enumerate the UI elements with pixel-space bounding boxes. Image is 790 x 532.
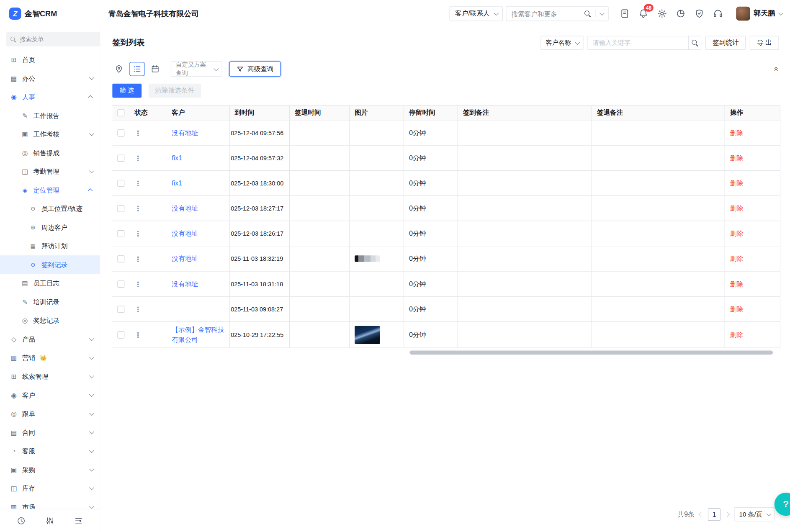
row-checkbox[interactable] xyxy=(117,230,124,237)
sidebar-item-follow-up[interactable]: ◎ 跟单 xyxy=(0,404,100,423)
menu-search-input[interactable] xyxy=(20,36,98,43)
delete-link[interactable]: 删除 xyxy=(730,254,743,263)
row-more-icon[interactable]: ⋮ xyxy=(134,306,142,313)
sidebar-item-employee-journal[interactable]: ▤ 员工日志 xyxy=(0,274,100,293)
data-pie-icon[interactable] xyxy=(676,8,686,18)
customer-link[interactable]: 没有地址 xyxy=(172,229,198,238)
row-more-icon[interactable]: ⋮ xyxy=(134,280,142,288)
headset-icon[interactable] xyxy=(713,8,723,18)
customer-link[interactable]: fix1 xyxy=(172,153,182,163)
clear-filter-button[interactable]: 清除筛选条件 xyxy=(149,84,201,98)
row-checkbox[interactable] xyxy=(117,280,124,288)
customer-link[interactable]: fix1 xyxy=(172,178,182,188)
settings-gear-icon[interactable] xyxy=(657,8,667,18)
row-checkbox[interactable] xyxy=(117,180,124,187)
global-search-input[interactable] xyxy=(511,10,580,17)
sidebar-item-sales-commission[interactable]: ◎ 销售提成 xyxy=(0,144,100,162)
scheme-query-select[interactable]: 自定义方案查询 xyxy=(171,62,222,77)
delete-link[interactable]: 删除 xyxy=(730,229,743,238)
row-more-icon[interactable]: ⋮ xyxy=(134,205,142,212)
sidebar-item-inventory[interactable]: ◫ 库存 xyxy=(0,479,100,498)
sidebar-item-leads[interactable]: ⊞ 线索管理 xyxy=(0,367,100,386)
search-icon[interactable] xyxy=(584,10,591,17)
sidebar-item-checkin-records[interactable]: ⊙ 签到记录 xyxy=(0,255,100,274)
row-checkbox[interactable] xyxy=(117,154,124,162)
delete-link[interactable]: 删除 xyxy=(730,204,743,213)
row-more-icon[interactable]: ⋮ xyxy=(134,154,142,162)
collapse-panel-icon[interactable]: « xyxy=(773,67,781,72)
next-page-button[interactable] xyxy=(726,513,729,516)
export-button[interactable]: 导 出 xyxy=(750,36,779,50)
row-checkbox[interactable] xyxy=(117,205,124,212)
sidebar-item-customer[interactable]: ◉ 客户 xyxy=(0,386,100,405)
sidebar-item-visit-plan[interactable]: ▦ 拜访计划 xyxy=(0,237,100,256)
row-checkbox[interactable] xyxy=(117,129,124,136)
delete-link[interactable]: 删除 xyxy=(730,330,743,339)
delete-link[interactable]: 删除 xyxy=(730,128,743,137)
sidebar-item-marketing[interactable]: ▥ 营销 👑 xyxy=(0,349,100,368)
history-clock-icon[interactable] xyxy=(17,516,26,525)
list-settings-icon[interactable] xyxy=(74,516,83,525)
sidebar-item-reward-records[interactable]: ◎ 奖惩记录 xyxy=(0,311,100,330)
search-scope-chevron-icon[interactable] xyxy=(600,10,605,15)
customer-link[interactable]: 没有地址 xyxy=(172,128,198,137)
current-page[interactable]: 1 xyxy=(708,508,721,521)
row-checkbox[interactable] xyxy=(117,331,124,338)
horizontal-scrollbar[interactable] xyxy=(409,351,773,355)
delete-link[interactable]: 删除 xyxy=(730,179,743,188)
map-view-button[interactable] xyxy=(112,62,125,76)
notification-bell-icon[interactable]: 48 xyxy=(638,8,648,18)
row-more-icon[interactable]: ⋮ xyxy=(134,255,142,262)
sidebar-item-office[interactable]: ▤ 办公 xyxy=(0,69,100,88)
row-more-icon[interactable]: ⋮ xyxy=(134,331,142,338)
customer-link[interactable]: 没有地址 xyxy=(172,254,198,263)
advanced-query-button[interactable]: 高级查询 xyxy=(229,62,281,77)
sidebar-item-work-report[interactable]: ✎ 工作报告 xyxy=(0,106,100,125)
contacts-book-icon[interactable] xyxy=(620,8,630,18)
sidebar-item-location-mgmt[interactable]: ◈ 定位管理 xyxy=(0,181,100,200)
user-avatar[interactable] xyxy=(736,7,750,21)
delete-link[interactable]: 删除 xyxy=(730,279,743,288)
prev-page-button[interactable] xyxy=(700,513,703,516)
row-more-icon[interactable]: ⋮ xyxy=(134,180,142,187)
sidebar-item-customer-service[interactable]: ◔ 客服 xyxy=(0,442,100,460)
sidebar-item-employee-track[interactable]: ⊙ 员工位置/轨迹 xyxy=(0,200,100,218)
row-checkbox[interactable] xyxy=(117,255,124,262)
delete-link[interactable]: 删除 xyxy=(730,153,743,162)
sidebar-item-purchase[interactable]: ▣ 采购 xyxy=(0,460,100,479)
checkin-photo[interactable] xyxy=(355,326,380,344)
sidebar-item-home[interactable]: ⊞ 首页 xyxy=(0,50,100,69)
help-button[interactable]: ? xyxy=(775,493,790,516)
user-menu[interactable]: 郭天鹏 xyxy=(736,7,782,21)
filter-sliders-icon[interactable] xyxy=(45,516,54,525)
delete-link[interactable]: 删除 xyxy=(730,304,743,314)
sidebar-item-hr[interactable]: ◉ 人事 xyxy=(0,87,100,106)
search-category-select[interactable]: 客户/联系人 xyxy=(450,6,503,21)
row-more-icon[interactable]: ⋮ xyxy=(134,129,142,136)
customer-link[interactable]: 没有地址 xyxy=(172,203,198,213)
customer-link[interactable]: 没有地址 xyxy=(172,279,198,288)
security-badge-icon[interactable] xyxy=(694,8,704,18)
customer-link[interactable]: 【示例】金智科技有限公司 xyxy=(172,325,224,344)
sidebar-item-work-assessment[interactable]: ▣ 工作考核 xyxy=(0,125,100,144)
checkin-photo[interactable] xyxy=(355,255,380,262)
checkin-stats-button[interactable]: 签到统计 xyxy=(705,36,746,50)
sidebar-item-training-records[interactable]: ✎ 培训记录 xyxy=(0,293,100,311)
sidebar-item-contract[interactable]: ▤ 合同 xyxy=(0,423,100,442)
calendar-view-button[interactable] xyxy=(149,62,162,76)
sidebar-item-market[interactable]: ▥ 市场 xyxy=(0,498,100,509)
select-all-checkbox[interactable] xyxy=(117,109,124,116)
row-checkbox[interactable] xyxy=(117,306,124,313)
keyword-input[interactable] xyxy=(588,36,689,50)
app-logo[interactable]: Z xyxy=(9,8,21,20)
sidebar-item-product[interactable]: ◇ 产品 xyxy=(0,330,100,349)
filter-button[interactable]: 筛 选 xyxy=(112,84,141,98)
customer-name-select[interactable]: 客户名称 xyxy=(541,36,584,50)
row-more-icon[interactable]: ⋮ xyxy=(134,230,142,237)
list-view-button[interactable] xyxy=(129,62,144,76)
sidebar-item-nearby-customers[interactable]: ⊚ 周边客户 xyxy=(0,218,100,237)
page-size-select[interactable]: 10 条/页 xyxy=(734,507,775,522)
training-icon: ✎ xyxy=(21,298,29,306)
keyword-search-button[interactable] xyxy=(688,36,701,50)
sidebar-item-attendance[interactable]: ◫ 考勤管理 xyxy=(0,162,100,181)
